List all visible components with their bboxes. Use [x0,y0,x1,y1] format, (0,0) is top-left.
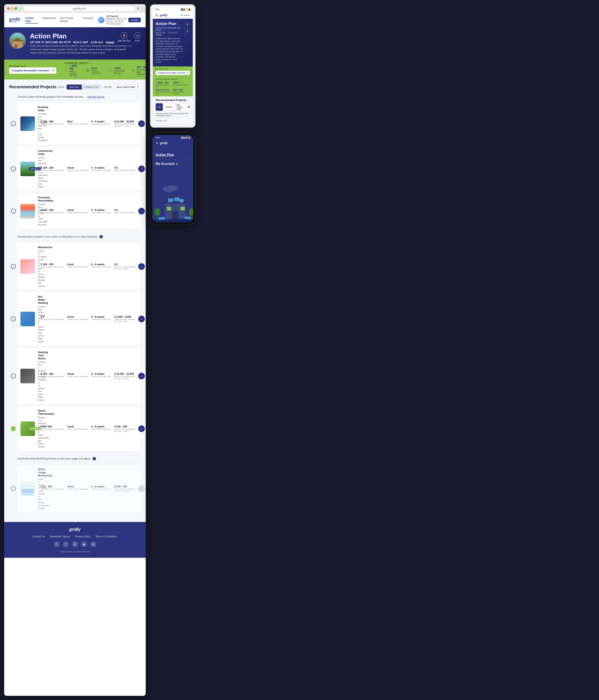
tablet-buy-btn[interactable]: Buy [156,103,163,111]
thermostat-carbon-stat: Good Yearly Carbon Reduction [67,425,88,432]
hero-update-link[interactable]: Update [106,41,114,44]
heating-arrow-button[interactable]: › [138,373,145,379]
tablet-finance-btn[interactable]: Finance [164,103,175,111]
footer-contact[interactable]: Contact Us [32,535,45,538]
thermostat-arrow-button[interactable]: › [138,425,145,432]
weatherize-arrow-button[interactable]: › [138,263,145,270]
browser-action-icons: ⬆ □ [137,7,143,10]
goal-dropdown[interactable]: Complete Renewable Transition [9,68,56,74]
nav-energy: Energy: $6,923/yr [106,20,127,23]
svg-rect-13 [172,211,178,220]
renewables-lead-stat: 6 - 8 weeks Total Project Lead Time [92,209,111,214]
url-bar[interactable]: gogridy.com [24,6,135,11]
instagram-icon[interactable]: ◎ [90,541,96,547]
share-icon[interactable]: ⬆ [137,7,139,10]
thermostat-lead-label: Total Project Lead Time [92,428,111,430]
footer-privacy[interactable]: Privacy Policy [75,535,91,538]
hotwater-quick-value: $ 3,000 - 5,000 [114,316,135,318]
nav-dashboard[interactable]: Dashboard [43,17,56,24]
monitoring-lead-stat: 6 - 8 weeks Total Project Lead Time [92,485,111,492]
signal-icon: ▐▐▐ [180,8,184,10]
weatherize-cost-stat: $ 100 - 250 Yearly Energy Cost Savings [41,263,64,270]
tablet-goal-bar: MY GOAL IS A... Complete Renewable Trans… [153,67,193,77]
nav-action-plan[interactable]: Action Plan [25,17,38,24]
take-tour-button[interactable]: ⚡ Take The Tour [118,32,131,42]
buy-cost-btn[interactable]: Buy Cost [67,84,82,90]
tablet-group-label: Choose a clean electricity program from … [156,112,190,118]
group-label-monitoring: Install Electricity Monitoring Device to… [18,457,91,460]
community-arrow-button[interactable]: › [138,166,145,172]
twitter-icon[interactable]: t [63,541,69,547]
renewables-lead-label: Total Project Lead Time [92,211,111,214]
solar-carbon-label: Yearly Carbon Reduction [67,123,88,125]
monitoring-quick-label: Quick Cost After Rebates [114,488,135,490]
renewables-arrow-button[interactable]: › [138,208,145,215]
weatherize-cost-label: Yearly Energy Cost Savings [41,266,64,268]
hotwater-quick-sub: ($ 1,000 - 2,000) [114,320,135,323]
hotwater-arrow-button[interactable]: › [138,316,145,322]
tablet-status-icons: ▐▐▐ 🛜 ▓ [180,8,190,10]
tablet-impact-carbon: Up to 4 tons Carbon Reduction Per Year [156,89,172,95]
phone-menu-action-plan[interactable]: Action Plan [156,151,190,159]
project-row-monitoring: 6 Home Usage Monitoring Install a simple… [18,465,141,513]
close-dot[interactable] [7,7,9,10]
footer-terms[interactable]: Terms & Conditions [96,535,118,538]
info-icon-monitoring[interactable]: i [93,457,96,460]
thermostat-quick-sub: ($ 5,000 - 10,000) [114,430,135,432]
back-icon[interactable]: ‹ [19,7,20,10]
project-row-purchase-renewables: 1 Purchase Renewables Convert from [elec… [18,193,141,229]
renewable-text: 100% Renewable Energy [114,67,127,74]
tablet-menu-icon[interactable]: ☰ [155,14,158,17]
tablet-tour-icon[interactable]: ⚡ [185,22,190,27]
community-cost-label: Yearly Energy Cost Savings [41,169,64,171]
tablet-sort-select[interactable]: Best Project Order [176,103,187,111]
expand-dot[interactable] [15,7,17,10]
tablet-impact-title: THE ESTIMATED IMPACT* [156,78,190,80]
weatherize-lead-stat: 6 - 8 weeks Total Project Lead Time [92,263,111,270]
minimize-dot[interactable] [11,7,13,10]
thermostat-lead-value: 6 - 8 weeks [92,425,111,428]
tablet-sort: Best Project Order ▾ [176,103,190,111]
nav-account[interactable]: Account [83,17,93,24]
nav-update-button[interactable]: Update [128,18,141,22]
tablet-goal-dropdown[interactable]: Complete Renewable Transition ▾ [156,71,190,75]
monitoring-image [20,481,35,496]
monitoring-arrow-button[interactable]: › [138,485,145,492]
community-quick-label: Quick Cost After Rebates [114,169,135,171]
help-me-choose-link[interactable]: Help Me Choose [87,96,104,98]
thermostat-quick-value: $ 249 - 349 [114,425,135,428]
project-row-weatherize: 2 Weatherize Check for insulation qualit… [18,243,141,291]
hotwater-lead-value: 6 - 8 weeks [92,316,111,318]
show-label: Show [58,85,64,89]
print-button[interactable]: 🖨 Print [134,32,141,42]
step-1-community: 1 [11,166,16,171]
linkedin-icon[interactable]: in [72,541,78,547]
sort-select[interactable]: Best Project Order [114,84,141,90]
monitoring-carbon-value: Good [67,485,88,488]
group-label-electricity: Choose a clean electricity program from … [18,95,84,98]
projects-title: Recommended Projects [9,84,57,89]
facebook-icon[interactable]: f [54,541,59,547]
info-icon-convert[interactable]: i [100,235,103,239]
tablet-hero-meta: Built in 1987 2,142 sq ft Update [156,31,183,35]
nav-address-block: 137 Oak St. Wayland, MA 01778 Energy: $6… [98,15,141,25]
nav-links: Action Plan Dashboard Your Home Details … [25,17,93,24]
weatherize-quick-value: $ 0 [114,263,135,266]
tablet-print-icon[interactable]: 🖨 [185,28,190,33]
youtube-icon[interactable]: ▶ [81,541,87,547]
thermostat-stats: $ 50 - 200 Yearly Energy Cost Savings Go… [41,425,135,432]
weatherize-carbon-label: Yearly Carbon Reduction [67,266,88,268]
tab-icon[interactable]: □ [141,7,143,10]
house-illustration [10,33,25,48]
tablet-update-link[interactable]: Update [156,33,162,35]
solar-arrow-button[interactable]: › [138,120,145,127]
phone-menu-my-account[interactable]: My Account [156,159,190,169]
nav-home-details[interactable]: Your Home Details [60,17,79,24]
projects-header: Recommended Projects Show Buy Cost Finan… [9,84,141,90]
step-1-renewables: 1 [11,209,16,214]
nav-logo: gridly ENERGY [9,17,20,23]
forward-icon[interactable]: › [21,7,23,10]
phone-close-icon[interactable]: ✕ [156,141,158,145]
finance-cost-btn[interactable]: Finance Cost [82,84,101,90]
footer-newsletter[interactable]: Newsletter Signup [50,535,70,538]
